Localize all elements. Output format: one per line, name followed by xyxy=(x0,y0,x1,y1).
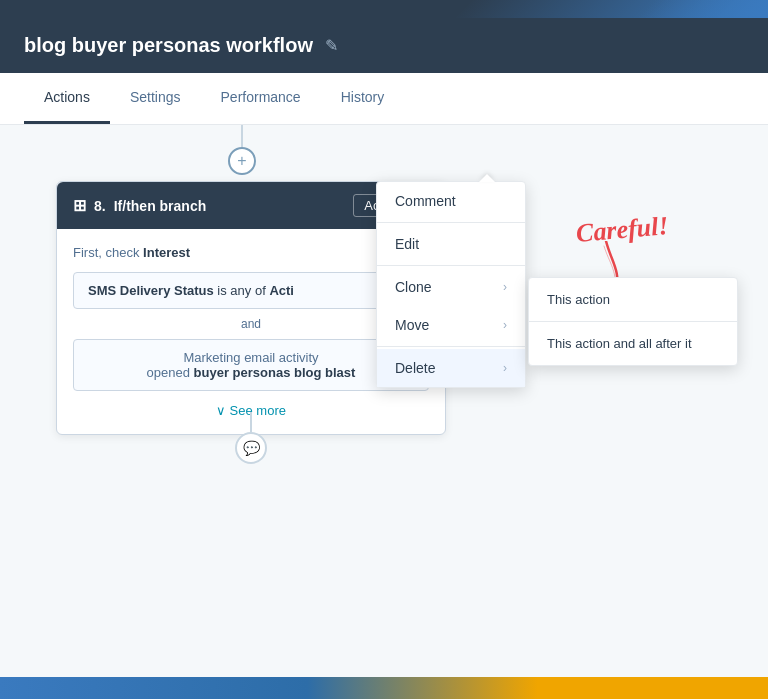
condition2-line1: Marketing email activity xyxy=(88,350,414,365)
condition1-text: is any of xyxy=(217,283,269,298)
tab-settings[interactable]: Settings xyxy=(110,73,201,124)
submenu-item-this-action[interactable]: This action xyxy=(529,278,737,321)
dropdown-item-comment[interactable]: Comment xyxy=(377,182,525,220)
dropdown-arrow xyxy=(479,174,495,182)
bottom-line xyxy=(250,412,252,432)
comment-button[interactable]: 💬 xyxy=(235,432,267,464)
delete-chevron-icon: › xyxy=(503,361,507,375)
submenu-item-this-and-after[interactable]: This action and all after it xyxy=(529,322,737,365)
header: blog buyer personas workflow ✎ xyxy=(0,18,768,73)
step-type: If/then branch xyxy=(114,198,207,214)
check-label: First, check xyxy=(73,245,139,260)
card-header-left: ⊞ 8. If/then branch xyxy=(73,196,206,215)
workflow-canvas: + ⊞ 8. If/then branch Actions ▾ First, c… xyxy=(0,125,768,699)
nav-tabs: Actions Settings Performance History xyxy=(0,73,768,125)
condition2-line2: opened buyer personas blog blast xyxy=(88,365,414,380)
delete-submenu: This action This action and all after it xyxy=(528,277,738,366)
bottom-decorative-bar xyxy=(0,677,768,699)
branch-icon: ⊞ xyxy=(73,196,86,215)
tab-performance[interactable]: Performance xyxy=(201,73,321,124)
tab-actions[interactable]: Actions xyxy=(24,73,110,124)
condition1-bold: SMS Delivery Status xyxy=(88,283,214,298)
dropdown-item-clone[interactable]: Clone › xyxy=(377,268,525,306)
tab-history[interactable]: History xyxy=(321,73,405,124)
bottom-connector: 💬 xyxy=(235,412,267,464)
step-number: 8. xyxy=(94,198,106,214)
top-decorative-bar xyxy=(0,0,768,18)
workflow-title: blog buyer personas workflow xyxy=(24,34,313,57)
move-chevron-icon: › xyxy=(503,318,507,332)
actions-dropdown-menu: Comment Edit Clone › Move › Delete › xyxy=(376,181,526,388)
condition2-bold: buyer personas blog blast xyxy=(194,365,356,380)
dropdown-item-edit[interactable]: Edit xyxy=(377,225,525,263)
dropdown-item-move[interactable]: Move › xyxy=(377,306,525,344)
condition1-suffix: Acti xyxy=(269,283,294,298)
clone-chevron-icon: › xyxy=(503,280,507,294)
edit-title-icon[interactable]: ✎ xyxy=(325,36,338,55)
careful-text: Careful! xyxy=(574,211,669,249)
check-bold: Interest xyxy=(143,245,190,260)
add-step-button[interactable]: + xyxy=(228,147,256,175)
dropdown-item-delete[interactable]: Delete › xyxy=(377,349,525,387)
dropdown-divider-1 xyxy=(377,222,525,223)
dropdown-divider-3 xyxy=(377,346,525,347)
connector-line-top xyxy=(241,125,243,147)
dropdown-divider-2 xyxy=(377,265,525,266)
